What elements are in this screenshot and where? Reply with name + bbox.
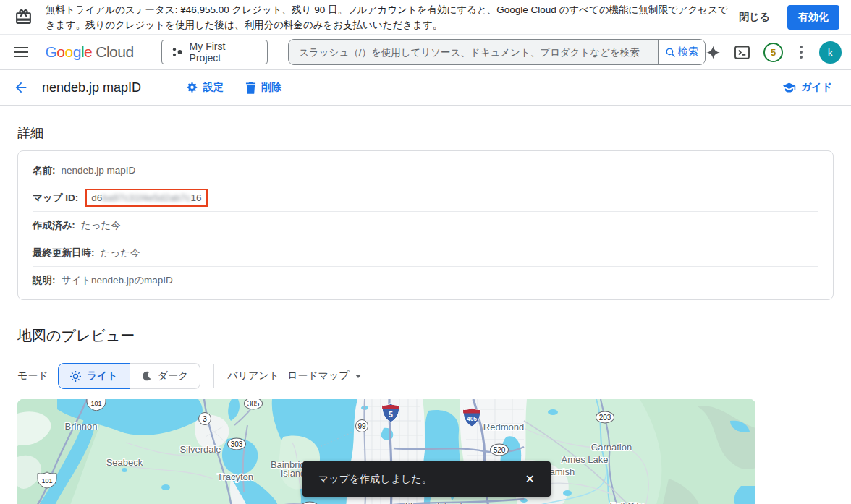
map-id-label: マップ ID:	[33, 192, 78, 205]
mode-dark-label: ダーク	[158, 370, 189, 383]
guide-button[interactable]: ガイド	[782, 81, 832, 94]
route-shield-101-north: 101	[86, 399, 106, 411]
map-label-mercer-island: Mercer Island	[405, 501, 462, 504]
logo-google-wordmark: Google	[45, 43, 92, 61]
trial-status-message: 無料トライアルのステータス: ¥46,955.00 クレジット、残り 90 日。…	[46, 2, 732, 33]
delete-label: 削除	[261, 81, 281, 94]
gemini-sparkle-icon[interactable]	[706, 45, 721, 60]
page-header: nendeb.jp mapID 設定 削除 ガイド	[0, 70, 851, 106]
global-search: 検索	[288, 39, 706, 65]
free-trial-banner: 無料トライアルのステータス: ¥46,955.00 クレジット、残り 90 日。…	[0, 0, 851, 35]
map-label-ames-lake: Ames Lake	[561, 454, 608, 465]
settings-button[interactable]: 設定	[186, 81, 224, 94]
map-label-brinnon: Brinnon	[65, 421, 98, 432]
updated-label: 最終更新日時:	[33, 247, 95, 260]
gift-icon	[14, 8, 33, 26]
avatar-letter: k	[828, 46, 834, 59]
map-id-prefix: d6	[91, 192, 102, 203]
chevron-down-icon	[355, 375, 361, 378]
graduation-cap-icon	[782, 82, 796, 94]
svg-text:101: 101	[90, 400, 101, 407]
close-icon[interactable]: ✕	[522, 469, 538, 489]
map-label-redmond: Redmond	[483, 422, 524, 432]
controls-divider	[213, 364, 214, 388]
avatar[interactable]: k	[819, 41, 842, 64]
route-shield-i405: 405	[462, 407, 482, 427]
variant-label: バリアント	[227, 370, 279, 383]
page-title: nendeb.jp mapID	[42, 80, 141, 95]
more-options-icon[interactable]	[797, 43, 805, 61]
top-navigation-bar: Google Cloud My First Project 検索 5 k	[0, 35, 851, 70]
moon-icon	[142, 371, 152, 381]
logo-cloud-text: Cloud	[96, 43, 133, 61]
sun-icon	[70, 371, 81, 382]
map-preview-heading: 地図のプレビュー	[17, 326, 851, 346]
variant-value: ロードマップ	[287, 370, 350, 383]
svg-text:5: 5	[389, 411, 393, 419]
settings-label: 設定	[203, 81, 224, 94]
trash-icon	[245, 82, 256, 94]
route-shield-101: 101	[37, 471, 57, 489]
map-label-seabeck: Seabeck	[106, 457, 143, 468]
mode-label: モード	[17, 370, 48, 383]
nav-utilities: 5 k	[706, 41, 842, 64]
detail-row-updated: 最終更新日時: たった今	[33, 239, 818, 267]
details-heading: 詳細	[17, 124, 851, 142]
gear-icon	[186, 82, 198, 94]
map-id-annotation-box: d6ba97c31f4e5d2ab7c16	[85, 189, 207, 207]
project-name: My First Project	[190, 40, 258, 64]
map-label-silverdale: Silverdale	[179, 444, 221, 455]
search-input[interactable]	[289, 40, 658, 64]
route-shield-99: 99	[355, 419, 368, 432]
description-value: サイトnendeb.jpのmapID	[62, 274, 173, 287]
map-label-carnation: Carnation	[591, 442, 632, 453]
toast-message: マップを作成しました。	[318, 473, 432, 486]
mode-light-label: ライト	[87, 370, 118, 383]
created-value: たった今	[81, 219, 121, 232]
detail-row-description: 説明: サイトnendeb.jpのmapID	[33, 267, 818, 294]
name-label: 名前:	[33, 164, 56, 177]
mode-dark-button[interactable]: ダーク	[130, 363, 201, 389]
route-shield-203: 203	[596, 411, 614, 424]
guide-label: ガイド	[801, 81, 832, 94]
search-button-label: 検索	[678, 46, 698, 59]
back-arrow-icon[interactable]	[13, 80, 29, 95]
mode-light-button[interactable]: ライト	[58, 363, 130, 389]
search-icon	[665, 47, 676, 58]
map-id-suffix: 16	[191, 192, 202, 203]
menu-icon[interactable]	[12, 47, 29, 57]
route-shield-i5: 5	[381, 403, 400, 423]
project-icon	[172, 46, 183, 58]
route-shield-3: 3	[198, 412, 211, 425]
map-label-fall-city: Fall City	[610, 500, 644, 504]
description-label: 説明:	[33, 274, 56, 287]
project-selector[interactable]: My First Project	[161, 40, 268, 64]
created-label: 作成済み:	[33, 219, 75, 232]
map-id-obscured: ba97c31f4e5d2ab7c	[102, 192, 190, 203]
search-button[interactable]: 検索	[658, 40, 705, 64]
notification-count: 5	[771, 47, 776, 58]
details-card: 名前: nendeb.jp mapID マップ ID: d6ba97c31f4e…	[17, 150, 834, 300]
activate-account-button[interactable]: 有効化	[787, 5, 839, 30]
map-preview-controls: モード ライト ダーク バリアント ロードマップ	[17, 363, 851, 389]
notifications-badge[interactable]: 5	[763, 43, 783, 62]
updated-value: たった今	[101, 247, 140, 260]
mode-toggle-group: ライト ダーク	[58, 363, 201, 389]
variant-dropdown[interactable]: ロードマップ	[287, 370, 361, 383]
route-shield-520: 520	[490, 444, 509, 456]
route-shield-303: 303	[227, 438, 246, 450]
toast-notification: マップを作成しました。 ✕	[302, 461, 551, 497]
map-label-tracyton: Tracyton	[217, 471, 253, 482]
google-cloud-logo[interactable]: Google Cloud	[45, 43, 133, 61]
delete-button[interactable]: 削除	[245, 81, 281, 94]
cloud-shell-icon[interactable]	[734, 46, 750, 59]
detail-row-map-id: マップ ID: d6ba97c31f4e5d2ab7c16	[33, 184, 818, 212]
detail-row-name: 名前: nendeb.jp mapID	[33, 157, 818, 184]
detail-row-created: 作成済み: たった今	[33, 212, 818, 239]
banner-dismiss-button[interactable]: 閉じる	[732, 5, 777, 30]
name-value: nendeb.jp mapID	[62, 165, 136, 176]
svg-text:405: 405	[467, 415, 477, 422]
main-content: 詳細 名前: nendeb.jp mapID マップ ID: d6ba97c31…	[0, 106, 851, 504]
svg-text:101: 101	[41, 477, 52, 484]
